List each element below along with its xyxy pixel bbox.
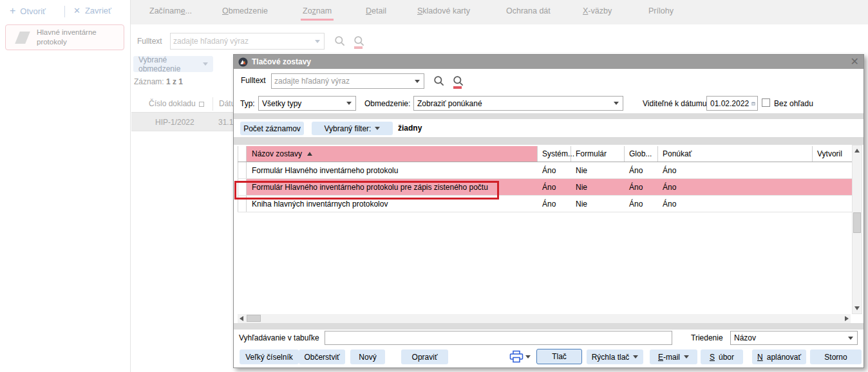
tab-ochrana-dat[interactable]: Ochrana dát: [506, 6, 551, 15]
column-header-created[interactable]: Vytvoril: [813, 146, 852, 162]
calendar-icon[interactable]: [751, 99, 755, 108]
quick-print-button[interactable]: Rýchla tlač: [587, 349, 643, 364]
tab-obmedzenie[interactable]: Obmedzenie: [222, 6, 268, 15]
column-header-name[interactable]: Názov zostavy: [247, 146, 538, 162]
search-icon[interactable]: [433, 75, 445, 87]
dialog-fulltext-field[interactable]: [272, 77, 415, 86]
bg-fulltext-input[interactable]: [170, 33, 325, 50]
bg-document-grid: Číslo dokladu Dátu HIP-1/2022 31.12: [131, 95, 233, 148]
column-filter-icon: [199, 102, 204, 107]
bg-restriction-dropdown[interactable]: Vybrané obmedzenie: [133, 56, 213, 72]
tab-bar: Začíname... Obmedzenie Zoznam Detail Skl…: [131, 0, 868, 24]
cell-system: Áno: [538, 166, 571, 175]
bg-column-document[interactable]: Číslo dokladu: [149, 99, 204, 108]
sidebar-item-label: Hlavné inventárne protokoly: [37, 28, 124, 47]
dialog-fulltext-input[interactable]: [271, 73, 424, 89]
bg-column-date[interactable]: Dátu: [219, 99, 233, 108]
scrollbar-thumb[interactable]: [247, 315, 261, 322]
app-logo-icon: [238, 57, 248, 67]
selected-filter-dropdown[interactable]: Vybraný filter:: [312, 122, 393, 135]
close-icon: ✕: [73, 6, 80, 15]
bg-grid-row[interactable]: HIP-1/2022 31.12: [131, 113, 233, 131]
table-search-label: Vyhľadávanie v tabuľke: [239, 333, 319, 342]
dropdown-arrow-icon: [614, 102, 619, 105]
horizontal-scrollbar[interactable]: [238, 314, 851, 323]
sort-select[interactable]: Názov: [730, 331, 858, 345]
sort-asc-icon: [307, 152, 312, 156]
cancel-button[interactable]: Storno: [810, 349, 862, 364]
scroll-up-icon[interactable]: [854, 149, 860, 153]
tab-zaciname[interactable]: Začíname...: [149, 6, 192, 15]
sidebar-item-main-inventory-protocols[interactable]: Hlavné inventárne protokoly: [5, 24, 124, 50]
selected-filter-value: žiadny: [398, 124, 422, 133]
sort-select-value: Názov: [731, 333, 756, 342]
regardless-checkbox[interactable]: [762, 98, 770, 107]
print-button[interactable]: Tlač: [536, 349, 582, 364]
schedule-button[interactable]: Naplánovať: [752, 349, 806, 364]
email-label: E-mail: [658, 353, 680, 362]
report-row-selected[interactable]: Formulár Hlavného inventárneho protokolu…: [238, 179, 852, 196]
cell-system: Áno: [538, 200, 571, 209]
report-row[interactable]: Formulár Hlavného inventárneho protokolu…: [238, 162, 852, 179]
restriction-select[interactable]: Zobraziť ponúkané: [413, 96, 623, 111]
tab-x-vazby[interactable]: X-väzby: [583, 6, 612, 15]
column-header-form[interactable]: Formulár: [571, 146, 625, 162]
record-count-value: 1 z 1: [166, 77, 183, 86]
scroll-down-icon[interactable]: [854, 306, 860, 310]
tab-skladove-karty[interactable]: Skladové karty: [417, 6, 470, 15]
cell-global: Áno: [625, 200, 658, 209]
row-indicator: [238, 196, 247, 212]
dialog-titlebar: Tlačové zostavy ✕: [234, 55, 863, 69]
advanced-search-icon[interactable]: [452, 75, 464, 87]
file-button[interactable]: Súbor: [701, 349, 743, 364]
open-button[interactable]: + Otvoriť: [10, 6, 46, 16]
dropdown-arrow-icon: [684, 355, 689, 358]
column-separator: [212, 97, 213, 111]
dropdown-arrow-icon: [848, 337, 853, 340]
large-codelist-button[interactable]: Veľký číselník: [240, 349, 299, 364]
close-button[interactable]: ✕ Zavrieť: [73, 6, 111, 15]
bg-advanced-search-icon[interactable]: [353, 35, 365, 47]
dropdown-arrow-icon: [203, 62, 208, 66]
bg-cell-document: HIP-1/2022: [155, 118, 194, 127]
record-count-button[interactable]: Počet záznamov: [240, 122, 304, 135]
scroll-left-icon[interactable]: [240, 316, 243, 321]
scroll-right-icon[interactable]: [845, 316, 849, 321]
tab-prilohy[interactable]: Prílohy: [648, 6, 674, 15]
column-header-offer[interactable]: Ponúkať: [658, 146, 813, 162]
visible-date-value: 01.02.2022: [710, 99, 749, 108]
bg-search-icon[interactable]: [334, 35, 346, 47]
email-button[interactable]: E-mail: [650, 349, 697, 364]
visible-date-input[interactable]: 01.02.2022: [706, 96, 758, 111]
sort-label: Triedenie: [691, 333, 723, 342]
report-row[interactable]: Kniha hlavných inventárnych protokolov Á…: [238, 196, 852, 212]
column-header-global[interactable]: Glob...: [625, 146, 658, 162]
cell-offer: Áno: [658, 183, 813, 192]
type-label: Typ:: [240, 99, 255, 108]
cell-name: Kniha hlavných inventárnych protokolov: [247, 200, 538, 209]
dropdown-arrow-icon: [633, 355, 638, 358]
print-reports-dialog: Tlačové zostavy ✕ Fulltext Typ: Všetky t…: [233, 54, 864, 368]
printer-icon[interactable]: [509, 350, 524, 363]
dropdown-arrow-icon: [315, 40, 320, 43]
scrollbar-thumb[interactable]: [853, 212, 861, 233]
printer-dropdown-arrow-icon[interactable]: [525, 355, 531, 358]
quick-print-label: Rýchla tlač: [592, 353, 630, 362]
table-search-input[interactable]: [325, 331, 672, 345]
tab-zoznam[interactable]: Zoznam: [303, 6, 332, 15]
edit-button[interactable]: Opraviť: [401, 349, 448, 364]
bg-fulltext-field[interactable]: [171, 37, 315, 46]
tab-detail[interactable]: Detail: [366, 6, 386, 15]
reports-table-header: Názov zostavy Systém... Formulár Glob...…: [238, 146, 852, 162]
type-select-value: Všetky typy: [259, 99, 301, 108]
vertical-scrollbar[interactable]: [852, 145, 862, 314]
bg-cell-date: 31.12: [218, 118, 233, 127]
open-button-label: Otvoriť: [20, 6, 46, 16]
column-header-system[interactable]: Systém...: [538, 146, 571, 162]
row-indicator-column: [238, 146, 247, 162]
restriction-select-value: Zobraziť ponúkané: [414, 99, 482, 108]
type-select[interactable]: Všetky typy: [258, 96, 356, 111]
new-button[interactable]: Nový: [350, 349, 385, 364]
refresh-button[interactable]: Občerstviť: [299, 349, 345, 364]
dialog-close-icon[interactable]: ✕: [851, 57, 859, 67]
